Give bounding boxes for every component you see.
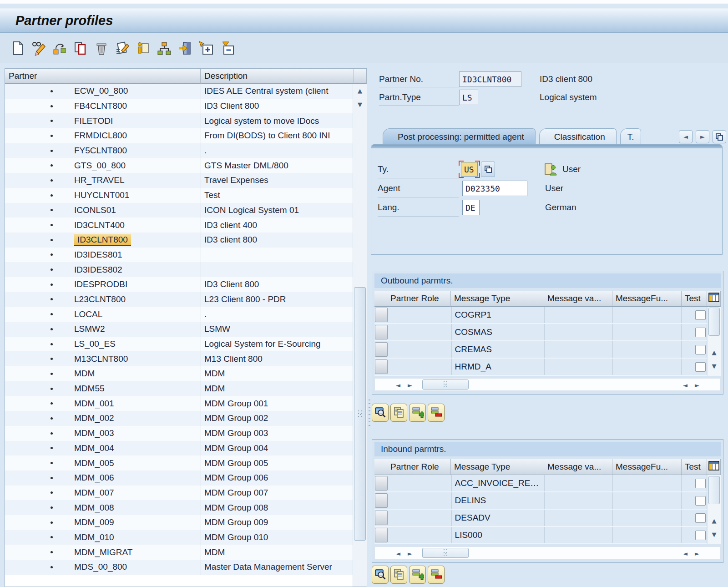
message-variant-cell[interactable] — [545, 324, 613, 340]
test-checkbox[interactable] — [695, 479, 706, 488]
test-checkbox[interactable] — [695, 531, 706, 540]
partner-role-cell[interactable] — [388, 492, 452, 509]
partner-name[interactable]: MDM_010 — [74, 532, 201, 542]
partner-name[interactable]: LS_00_ES — [74, 339, 201, 349]
copy-button[interactable] — [73, 40, 88, 56]
language-field[interactable]: DE — [462, 200, 480, 215]
scroll-right-button[interactable]: ► — [404, 548, 416, 558]
parameter-row[interactable]: DELINS — [374, 492, 707, 510]
message-type-cell[interactable]: COSMAS — [452, 324, 545, 340]
message-variant-cell[interactable] — [545, 359, 613, 375]
partner-row[interactable]: ID3IDES802 — [5, 262, 353, 277]
partner-row[interactable]: MDM_008MDM Group 008 — [5, 500, 353, 515]
delete-line-button[interactable] — [428, 404, 445, 422]
message-type-cell[interactable]: ACC_INVOICE_RE… — [452, 475, 545, 491]
message-function-cell[interactable] — [613, 341, 682, 358]
tab-scroll-right-button[interactable]: ► — [696, 130, 709, 143]
message-function-cell[interactable] — [613, 527, 682, 543]
partner-name[interactable]: MDM_009 — [74, 517, 201, 527]
partner-column-header[interactable]: Partner — [5, 69, 201, 84]
tab-classification[interactable]: Classification — [539, 128, 617, 145]
parameter-row[interactable]: COSMAS — [374, 324, 707, 341]
row-selector[interactable] — [375, 308, 388, 322]
agent-field[interactable]: D023350 — [462, 181, 527, 196]
partner-row[interactable]: MDM_005MDM Group 005 — [5, 455, 353, 471]
scroll-up-button[interactable]: ▲ — [353, 84, 367, 97]
partner-name[interactable]: MDM_004 — [74, 443, 201, 453]
partner-name[interactable]: MDM_MIGRAT — [74, 547, 201, 557]
outbound-vertical-scrollbar[interactable]: ▲ ▼ — [707, 307, 721, 376]
tab-scroll-left-button[interactable]: ◄ — [679, 130, 693, 143]
partner-name[interactable]: MDM_006 — [74, 473, 201, 483]
partner-role-cell[interactable] — [388, 510, 452, 526]
outbound-horizontal-scrollbar[interactable]: ◄ ► ◄ ► — [374, 378, 721, 391]
test-checkbox[interactable] — [695, 345, 706, 354]
partner-row[interactable]: MDM_002MDM Group 002 — [5, 411, 353, 426]
display-change-button[interactable] — [31, 40, 46, 56]
scrollbar-thumb[interactable] — [422, 548, 469, 558]
partner-name[interactable]: MDM — [74, 369, 201, 379]
parameter-row[interactable]: LIS000 — [374, 527, 707, 544]
display-button[interactable] — [372, 404, 389, 422]
partner-role-cell[interactable] — [388, 475, 452, 491]
message-function-cell[interactable] — [613, 324, 682, 340]
row-selector[interactable] — [375, 325, 388, 339]
inbound-horizontal-scrollbar[interactable]: ◄ ► ◄ ► — [374, 547, 721, 559]
column-header[interactable]: Partner Role — [387, 459, 451, 475]
partner-role-cell[interactable] — [388, 324, 452, 340]
test-checkbox[interactable] — [695, 496, 706, 506]
partner-role-cell[interactable] — [388, 359, 452, 375]
column-header[interactable]: Message va... — [544, 459, 612, 475]
partner-name[interactable]: FB4CLNT800 — [74, 101, 201, 111]
partner-no-field[interactable]: ID3CLNT800 — [459, 71, 521, 87]
partner-name[interactable]: MDM_007 — [74, 488, 201, 498]
table-settings-button[interactable] — [707, 459, 721, 475]
message-type-cell[interactable]: DESADV — [452, 510, 545, 526]
partner-row[interactable]: LOCAL. — [5, 307, 353, 322]
partner-row[interactable]: GTS_00_800GTS Master DML/800 — [5, 158, 353, 173]
partner-row[interactable]: IDESPRODBIID3 Client 800 — [5, 277, 353, 292]
message-variant-cell[interactable] — [545, 527, 613, 543]
create-button[interactable] — [10, 40, 25, 56]
partner-row[interactable]: ECW_00_800IDES ALE Central system (clien… — [5, 84, 353, 99]
partner-name[interactable]: MDM_001 — [74, 399, 201, 409]
partner-role-cell[interactable] — [388, 527, 452, 543]
partner-name[interactable]: MDM_002 — [74, 413, 201, 423]
message-type-cell[interactable]: HRMD_A — [452, 359, 545, 375]
partner-role-cell[interactable] — [388, 307, 452, 323]
partner-name[interactable]: HR_TRAVEL — [74, 175, 201, 185]
scroll-up-button[interactable]: ▲ — [708, 515, 721, 525]
column-header[interactable]: Test — [682, 291, 707, 307]
partner-name[interactable]: ID3IDES802 — [74, 265, 201, 275]
partner-row[interactable]: MDM55MDM — [5, 381, 353, 396]
partner-name[interactable]: MDS_00_800 — [74, 562, 201, 572]
scroll-left-button[interactable]: ◄ — [392, 548, 404, 558]
description-column-header[interactable]: Description — [201, 69, 354, 84]
partner-row[interactable]: MDM_001MDM Group 001 — [5, 396, 353, 411]
tab-truncated[interactable]: T. — [620, 128, 642, 145]
partner-row[interactable]: MDM_006MDM Group 006 — [5, 471, 353, 486]
row-selector[interactable] — [375, 493, 388, 508]
row-selector[interactable] — [375, 511, 388, 525]
partner-name[interactable]: GTS_00_800 — [74, 161, 201, 171]
message-variant-cell[interactable] — [545, 492, 613, 509]
message-variant-cell[interactable] — [545, 475, 613, 491]
column-header[interactable]: MessageFu... — [612, 459, 682, 475]
scroll-down-button[interactable]: ▼ — [353, 97, 367, 111]
row-selector[interactable] — [375, 476, 388, 491]
scroll-left-button[interactable]: ◄ — [392, 380, 404, 390]
partner-row[interactable]: LSMW2LSMW — [5, 322, 353, 337]
partner-row[interactable]: MDMMDM — [5, 366, 353, 381]
partner-name[interactable]: L23CLNT800 — [74, 294, 201, 304]
partner-row[interactable]: ID3IDES801 — [5, 248, 353, 263]
partner-name[interactable]: ICONLS01 — [74, 205, 201, 215]
parameter-row[interactable]: ACC_INVOICE_RE… — [374, 475, 707, 492]
partner-row[interactable]: FB4CLNT800ID3 Client 800 — [5, 99, 353, 114]
message-variant-cell[interactable] — [545, 510, 613, 526]
partner-row[interactable]: ID3CLNT400ID3 client 400 — [5, 218, 353, 233]
partner-name[interactable]: M13CLNT800 — [74, 354, 201, 364]
column-header[interactable]: Test — [682, 459, 707, 475]
documentation-button[interactable] — [136, 40, 151, 56]
partner-row[interactable]: FY5CLNT800. — [5, 143, 353, 158]
partner-name[interactable]: HUYCLNT001 — [74, 190, 201, 200]
